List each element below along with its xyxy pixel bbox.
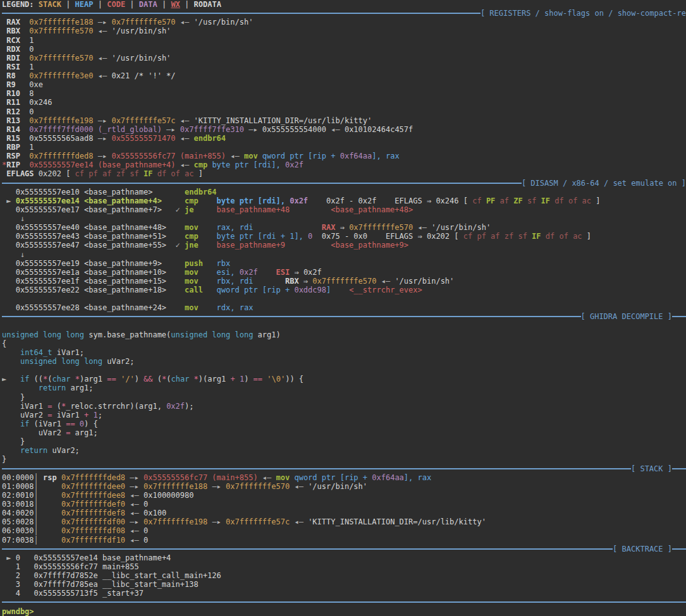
text-segment: 0xf64aa xyxy=(340,152,372,160)
text-segment: 0x100000980 xyxy=(144,491,193,500)
text-segment: _reloc.strrchr)(arg1, xyxy=(66,402,166,411)
text-segment: 0x7fffffffe3e0 xyxy=(29,71,93,80)
text-segment: 03:0018 xyxy=(2,500,34,509)
text-segment: ◂— xyxy=(125,491,144,500)
text-segment: │ xyxy=(34,491,39,500)
text-segment: 'KITTY_INSTALLATION_DIR=/usr/lib/kitty' xyxy=(193,116,372,125)
text-segment: (iVar1 xyxy=(29,420,66,428)
text-segment: '/usr/bin/sh' xyxy=(308,482,367,491)
text-segment: rsp xyxy=(39,473,61,482)
text-segment: RCX xyxy=(2,36,29,45)
separator-line xyxy=(2,316,581,317)
stack-row-01: 01:0008│ 0x7fffffffdee0 —▸ 0x7fffffffe18… xyxy=(2,482,686,491)
text-segment xyxy=(39,491,61,500)
decompile-line: } xyxy=(2,455,686,464)
text-segment: + xyxy=(230,375,235,383)
text-segment xyxy=(2,383,39,392)
disasm-flow-arrow: ↓ xyxy=(2,250,686,259)
text-segment: 0xddc98 xyxy=(294,286,326,294)
text-segment: 'KITTY_INSTALLATION_DIR=/usr/lib/kitty' xyxy=(308,517,486,526)
text-segment: ( xyxy=(52,402,61,411)
text-segment: DATA xyxy=(139,0,157,9)
separator-line xyxy=(672,316,686,317)
text-segment xyxy=(235,375,240,383)
blank-line xyxy=(2,294,686,303)
text-segment: │ xyxy=(34,473,39,482)
text-segment: CODE xyxy=(107,0,125,9)
text-segment: | xyxy=(94,0,107,9)
text-segment: '\0' xyxy=(267,375,285,383)
stack-section-title: [ STACK ] xyxy=(631,464,672,473)
text-segment: ◂— xyxy=(176,18,194,27)
text-segment: LEGEND: xyxy=(2,0,39,9)
text-segment: 0x7fffffffe198 xyxy=(29,116,93,125)
text-segment: R9 xyxy=(2,80,29,89)
text-segment: RODATA xyxy=(194,0,221,9)
register-row-rsp: RSP 0x7fffffffded8 —▸ 0x55555556fc77 (ma… xyxy=(2,152,686,160)
separator-line xyxy=(2,601,686,603)
text-segment: RBX xyxy=(285,277,299,286)
text-segment: 0x2f - 0x2f EFLAGS ⇒ 0x246 [ xyxy=(308,196,472,205)
text-segment: push xyxy=(185,259,203,268)
text-segment: == xyxy=(254,375,262,383)
prompt-row[interactable]: pwndbg> xyxy=(2,607,686,616)
text-segment: cmp xyxy=(193,160,207,169)
text-segment: │ xyxy=(34,526,39,535)
text-segment: uVar2 xyxy=(2,428,66,437)
text-segment xyxy=(20,160,29,169)
text-segment: ◂— xyxy=(290,482,308,491)
disasm-line: 0x55555557ee1a <base_pathname+10> mov es… xyxy=(2,268,686,277)
text-segment: ◂— xyxy=(176,116,194,125)
register-row-rbp: RBP 1 xyxy=(2,143,686,152)
text-segment: } xyxy=(2,437,25,446)
separator-line xyxy=(672,468,686,469)
text-segment: )(arg1 xyxy=(199,375,231,383)
text-segment: —▸ xyxy=(94,152,112,160)
text-segment: 0 xyxy=(29,107,34,116)
disasm-section-header: [ DISASM / x86-64 / set emulate on ] xyxy=(2,179,686,188)
decompile-line: iVar1 = (*_reloc.strrchr)(arg1, 0x2f); xyxy=(2,402,686,411)
text-segment: EFLAGS xyxy=(2,169,34,178)
text-segment: 0x2f xyxy=(166,402,185,411)
text-segment: && xyxy=(144,375,152,383)
text-segment: rbx xyxy=(217,259,231,268)
text-segment: (( xyxy=(29,375,43,383)
text-segment: 0 xyxy=(29,45,34,54)
text-segment: RIP xyxy=(6,160,20,169)
text-segment: 0x7fffffffe570 xyxy=(111,18,175,27)
register-row-rcx: RCX 1 xyxy=(2,36,686,45)
text-segment: 1 0x55555556fc77 main+855 xyxy=(2,562,139,571)
text-segment: 1 xyxy=(94,411,98,420)
text-segment: 02:0010 xyxy=(2,491,34,500)
text-segment: mov xyxy=(185,268,199,277)
blank-line xyxy=(2,322,686,330)
text-segment: 0x7fffffffe570 xyxy=(29,54,93,63)
text-segment: ◂— xyxy=(125,536,144,545)
text-segment xyxy=(199,196,217,205)
text-segment: endbr64 xyxy=(185,188,217,196)
text-segment: 0x7fffffffe57c xyxy=(111,116,175,125)
pwndbg-context-output: LEGEND: STACK | HEAP | CODE | DATA | WX … xyxy=(2,0,686,607)
text-segment: 1 xyxy=(29,143,34,152)
text-segment xyxy=(39,526,61,535)
text-segment: } xyxy=(2,455,6,464)
text-segment xyxy=(6,375,20,383)
text-segment: RDX xyxy=(2,45,29,54)
text-segment: ] xyxy=(591,196,600,205)
text-segment: RSI xyxy=(2,63,29,71)
text-segment: R8 xyxy=(2,71,29,80)
text-segment: ESI xyxy=(276,268,290,277)
text-segment: —▸ xyxy=(125,517,144,526)
text-segment: byte ptr [rdi + 1], xyxy=(217,232,309,241)
text-segment: == xyxy=(107,375,116,383)
text-segment: 0x555555554000 xyxy=(262,125,326,134)
text-segment: IF xyxy=(541,196,550,205)
backtrace-section-title: [ BACKTRACE ] xyxy=(613,545,672,553)
text-segment: R11 xyxy=(2,98,29,107)
disasm-section-title: [ DISASM / x86-64 / set emulate on ] xyxy=(522,179,686,188)
text-segment: unsigned long long xyxy=(20,357,102,366)
register-row-rax: RAX 0x7fffffffe188 —▸ 0x7fffffffe570 ◂— … xyxy=(2,18,686,27)
decompile-line: } xyxy=(2,437,686,446)
text-segment xyxy=(331,286,349,294)
text-segment: ) xyxy=(244,375,253,383)
